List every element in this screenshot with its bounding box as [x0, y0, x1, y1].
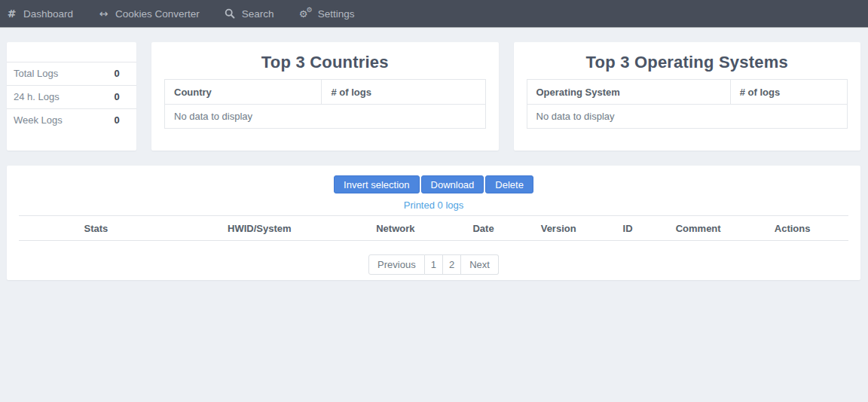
- stats-header-row: [7, 42, 136, 62]
- table-header-row: Country # of logs: [165, 80, 486, 105]
- stat-label: Total Logs: [7, 62, 97, 85]
- column-header-network: Network: [346, 216, 445, 241]
- search-icon: [225, 8, 236, 20]
- stat-row-total-logs: Total Logs 0: [7, 62, 136, 85]
- stat-value: 0: [97, 62, 136, 85]
- gears-icon: ⚙⚙: [299, 8, 312, 20]
- pagination-next[interactable]: Next: [461, 254, 499, 275]
- column-header-country: Country: [165, 80, 322, 105]
- double-arrow-icon: ↔: [98, 8, 109, 20]
- empty-data-row: No data to display: [527, 105, 848, 129]
- stats-card: Total Logs 0 24 h. Logs 0 Week Logs 0: [7, 42, 136, 151]
- hash-icon: #: [6, 8, 17, 20]
- summary-row: Total Logs 0 24 h. Logs 0 Week Logs 0 To…: [7, 42, 860, 151]
- table-header-row: Operating System # of logs: [527, 80, 848, 105]
- nav-item-search[interactable]: Search: [225, 8, 274, 20]
- top-countries-table: Country # of logs No data to display: [164, 79, 486, 129]
- invert-selection-button[interactable]: Invert selection: [334, 175, 419, 193]
- nav-item-label: Search: [242, 8, 274, 20]
- nav-item-label: Cookies Converter: [115, 8, 200, 20]
- stat-label: Week Logs: [7, 108, 97, 132]
- column-header-os: Operating System: [527, 80, 730, 105]
- logs-panel: Invert selection Download Delete Printed…: [7, 166, 860, 280]
- nav-item-settings[interactable]: ⚙⚙ Settings: [299, 8, 355, 20]
- stat-row-24h-logs: 24 h. Logs 0: [7, 85, 136, 108]
- stat-label: 24 h. Logs: [7, 85, 97, 108]
- pagination: Previous 1 2 Next: [368, 254, 499, 275]
- pagination-page-2[interactable]: 2: [443, 254, 461, 275]
- pagination-wrap: Previous 1 2 Next: [7, 254, 860, 275]
- empty-message: No data to display: [527, 105, 848, 129]
- pagination-previous[interactable]: Previous: [368, 254, 425, 275]
- printed-logs-count: Printed 0 logs: [7, 199, 860, 211]
- column-header-version: Version: [521, 216, 595, 241]
- logs-table-wrap: Stats HWID/System Network Date Version I…: [19, 215, 848, 241]
- stat-value: 0: [97, 85, 136, 108]
- top-os-title: Top 3 Operating Systems: [527, 53, 848, 72]
- column-header-date: Date: [445, 216, 521, 241]
- column-header-logs-count: # of logs: [730, 80, 847, 105]
- column-header-comment: Comment: [660, 216, 736, 241]
- top-navbar: # Dashboard ↔ Cookies Converter Search ⚙…: [0, 0, 868, 27]
- nav-item-cookies-converter[interactable]: ↔ Cookies Converter: [98, 8, 200, 20]
- column-header-id: ID: [595, 216, 660, 241]
- pagination-page-1[interactable]: 1: [425, 254, 443, 275]
- empty-data-row: No data to display: [165, 105, 486, 129]
- stats-table: Total Logs 0 24 h. Logs 0 Week Logs 0: [7, 42, 136, 132]
- column-header-hwid-system: HWID/System: [173, 216, 346, 241]
- top-countries-title: Top 3 Countries: [164, 53, 486, 72]
- top-os-card: Top 3 Operating Systems Operating System…: [514, 42, 861, 151]
- column-header-stats: Stats: [19, 216, 173, 241]
- nav-item-label: Settings: [318, 8, 355, 20]
- logs-action-buttons: Invert selection Download Delete: [7, 175, 860, 193]
- logs-table-header-row: Stats HWID/System Network Date Version I…: [19, 216, 848, 241]
- empty-message: No data to display: [165, 105, 486, 129]
- column-header-actions: Actions: [736, 216, 848, 241]
- top-os-table: Operating System # of logs No data to di…: [527, 79, 848, 129]
- logs-table: Stats HWID/System Network Date Version I…: [19, 215, 848, 241]
- top-countries-card: Top 3 Countries Country # of logs No dat…: [151, 42, 499, 151]
- stat-value: 0: [97, 108, 136, 132]
- nav-item-dashboard[interactable]: # Dashboard: [6, 8, 73, 20]
- column-header-logs-count: # of logs: [322, 80, 485, 105]
- nav-item-label: Dashboard: [23, 8, 73, 20]
- download-button[interactable]: Download: [421, 175, 484, 193]
- stat-row-week-logs: Week Logs 0: [7, 108, 136, 132]
- delete-button[interactable]: Delete: [485, 175, 533, 193]
